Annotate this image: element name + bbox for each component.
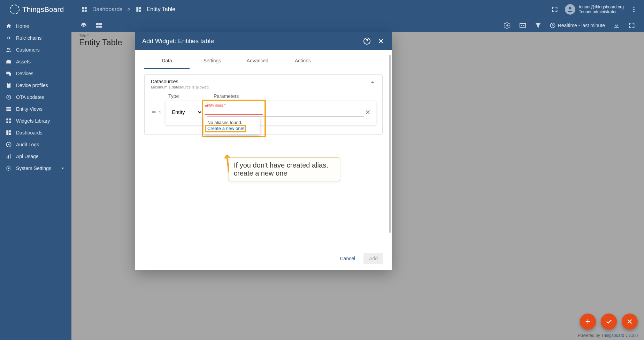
download-icon[interactable] <box>613 22 620 29</box>
sidebar-item-label: System Settings <box>16 165 51 171</box>
sidebar-item-devices[interactable]: Devices <box>0 68 71 79</box>
sidebar-item-rule-chains[interactable]: Rule chains <box>0 32 71 44</box>
close-icon[interactable] <box>377 37 385 45</box>
tab-advanced[interactable]: Advanced <box>235 53 280 69</box>
tab-settings[interactable]: Settings <box>190 53 235 69</box>
sidebar-item-entity-views[interactable]: Entity Views <box>0 103 71 115</box>
sidebar: Home Rule chains Customers Assets Device… <box>0 19 71 340</box>
modal-title: Add Widget: Entities table <box>142 38 214 45</box>
callout-text: If you don't have created alias, create … <box>234 161 328 177</box>
footer-link[interactable]: Thingsboard v.3.3.0 <box>601 333 638 338</box>
type-select[interactable]: Entity <box>170 107 202 117</box>
svg-rect-5 <box>139 7 141 9</box>
fab-add[interactable] <box>580 314 596 330</box>
fullscreen-icon[interactable] <box>551 6 559 13</box>
sidebar-item-device-profiles[interactable]: Device profiles <box>0 79 71 91</box>
svg-rect-4 <box>136 7 138 12</box>
sidebar-item-label: Assets <box>16 59 31 64</box>
modal-scrollbar[interactable] <box>389 55 391 233</box>
avatar <box>565 4 575 15</box>
tab-actions[interactable]: Actions <box>280 53 325 69</box>
footer-pre: Powered by <box>578 333 601 338</box>
sidebar-item-ota[interactable]: OTA updates <box>0 91 71 103</box>
chevron-up-icon[interactable] <box>369 79 376 86</box>
layers-icon[interactable] <box>80 22 87 29</box>
modal-header: Add Widget: Entities table <box>135 32 392 50</box>
datasources-panel: Datasources Maximum 1 datasource is allo… <box>144 74 383 135</box>
fab-cancel[interactable] <box>622 314 638 330</box>
svg-rect-33 <box>10 154 10 159</box>
svg-rect-22 <box>6 118 8 120</box>
dashboard-item-icon <box>136 6 142 13</box>
logo[interactable]: ThingsBoard <box>0 5 71 14</box>
remove-row-icon[interactable] <box>364 109 371 116</box>
panel-title: Datasources <box>151 79 210 84</box>
user-role: Tenant administrator <box>579 9 624 14</box>
svg-rect-24 <box>6 122 8 123</box>
svg-point-39 <box>506 24 508 26</box>
more-icon[interactable] <box>630 6 638 13</box>
drag-icon[interactable] <box>151 109 156 115</box>
sidebar-item-assets[interactable]: Assets <box>0 56 71 68</box>
tab-data[interactable]: Data <box>144 53 190 69</box>
fab-group <box>580 314 638 330</box>
customers-icon <box>6 47 12 53</box>
svg-rect-42 <box>523 25 524 26</box>
svg-rect-37 <box>96 26 99 28</box>
col-parameters: Parameters <box>214 93 239 99</box>
col-type: Type <box>168 93 214 99</box>
sidebar-item-settings[interactable]: System Settings <box>0 162 71 174</box>
svg-rect-28 <box>9 133 11 135</box>
fab-apply[interactable] <box>601 314 617 330</box>
timewindow-label: Realtime - last minute <box>558 23 605 28</box>
grid-icon[interactable] <box>95 22 103 29</box>
sidebar-item-customers[interactable]: Customers <box>0 44 71 56</box>
svg-rect-6 <box>139 10 141 12</box>
sidebar-item-label: Dashboards <box>16 130 43 136</box>
home-icon <box>6 23 12 29</box>
svg-rect-15 <box>9 73 11 76</box>
sidebar-item-label: Audit Logs <box>16 142 39 147</box>
sidebar-item-home[interactable]: Home <box>0 20 71 32</box>
timewindow-button[interactable]: Realtime - last minute <box>550 22 605 29</box>
sidebar-item-label: OTA updates <box>16 94 44 100</box>
svg-rect-23 <box>9 118 11 120</box>
svg-rect-35 <box>96 23 99 25</box>
svg-rect-40 <box>520 24 526 28</box>
user-email: tenant@thingsboard.org <box>579 5 624 9</box>
svg-rect-1 <box>85 7 87 9</box>
sidebar-item-label: Customers <box>16 47 40 53</box>
aliases-icon[interactable] <box>519 22 527 29</box>
sidebar-item-label: Entity Views <box>16 106 43 112</box>
expand-icon[interactable] <box>628 22 636 29</box>
breadcrumb-dashboards[interactable]: Dashboards <box>92 6 122 13</box>
sidebar-item-api[interactable]: Api Usage <box>0 150 71 162</box>
settings-icon <box>6 165 12 171</box>
svg-rect-17 <box>8 83 10 84</box>
svg-rect-2 <box>82 10 84 12</box>
svg-rect-19 <box>6 107 11 108</box>
sidebar-item-audit[interactable]: Audit Logs <box>0 139 71 150</box>
create-alias-link[interactable]: Create a new one! <box>207 126 244 131</box>
svg-point-7 <box>569 7 572 9</box>
user-menu[interactable]: tenant@thingsboard.org Tenant administra… <box>565 4 624 15</box>
modal-body: Data Settings Advanced Actions Datasourc… <box>135 53 392 248</box>
filter-icon[interactable] <box>534 22 542 29</box>
add-button[interactable]: Add <box>363 253 383 264</box>
help-icon[interactable] <box>363 37 371 45</box>
sidebar-item-label: Device profiles <box>16 83 48 88</box>
gear-icon[interactable] <box>504 22 511 29</box>
panel-subtitle: Maximum 1 datasource is allowed. <box>151 85 210 89</box>
entity-alias-input[interactable] <box>205 107 263 115</box>
sidebar-item-widgets[interactable]: Widgets Library <box>0 115 71 127</box>
svg-rect-3 <box>85 10 87 12</box>
audit-icon <box>6 141 12 148</box>
sidebar-item-label: Rule chains <box>16 35 41 41</box>
sidebar-item-dashboards[interactable]: Dashboards <box>0 127 71 139</box>
svg-rect-13 <box>6 61 11 64</box>
svg-rect-25 <box>9 122 11 123</box>
cancel-button[interactable]: Cancel <box>336 253 359 264</box>
svg-rect-20 <box>6 109 11 110</box>
breadcrumb-sep: > <box>127 6 130 13</box>
app-name: ThingsBoard <box>22 5 64 14</box>
